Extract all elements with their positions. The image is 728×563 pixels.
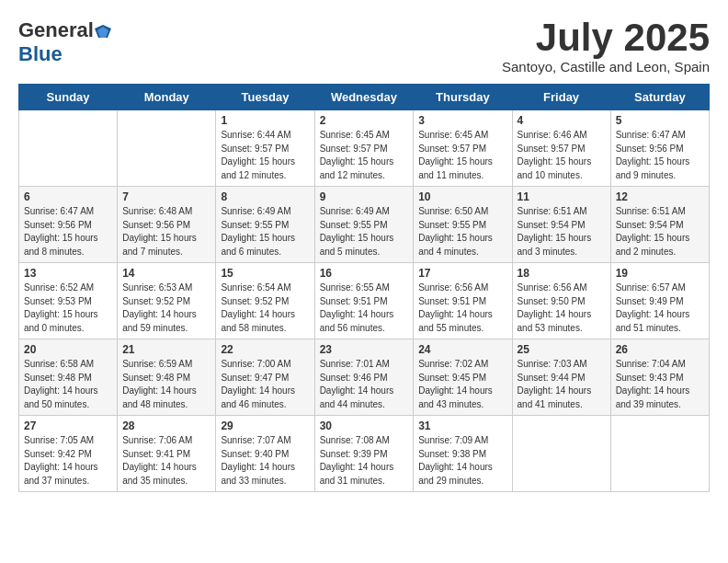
weekday-header-saturday: Saturday — [610, 85, 709, 110]
day-number: 10 — [418, 190, 506, 203]
weekday-header-row: SundayMondayTuesdayWednesdayThursdayFrid… — [19, 85, 710, 110]
day-number: 13 — [24, 267, 112, 280]
day-number: 3 — [418, 114, 506, 127]
day-cell-28: 28Sunrise: 7:06 AM Sunset: 9:41 PM Dayli… — [118, 416, 216, 492]
day-number: 30 — [320, 419, 409, 432]
week-row-5: 27Sunrise: 7:05 AM Sunset: 9:42 PM Dayli… — [19, 416, 710, 492]
day-number: 2 — [320, 114, 409, 127]
day-cell-4: 4Sunrise: 6:46 AM Sunset: 9:57 PM Daylig… — [512, 110, 610, 187]
page-header: General Blue July 2025 Santoyo, Castille… — [18, 18, 710, 75]
day-number: 31 — [418, 419, 506, 432]
day-info: Sunrise: 6:56 AM Sunset: 9:51 PM Dayligh… — [418, 282, 506, 335]
day-info: Sunrise: 7:00 AM Sunset: 9:47 PM Dayligh… — [221, 358, 309, 411]
calendar-table: SundayMondayTuesdayWednesdayThursdayFrid… — [18, 84, 710, 492]
day-number: 11 — [518, 190, 606, 203]
day-cell-17: 17Sunrise: 6:56 AM Sunset: 9:51 PM Dayli… — [414, 263, 512, 339]
day-info: Sunrise: 7:09 AM Sunset: 9:38 PM Dayligh… — [418, 434, 506, 488]
day-cell-6: 6Sunrise: 6:47 AM Sunset: 9:56 PM Daylig… — [19, 187, 118, 263]
day-cell-27: 27Sunrise: 7:05 AM Sunset: 9:42 PM Dayli… — [19, 416, 118, 492]
weekday-header-monday: Monday — [118, 85, 216, 110]
weekday-header-thursday: Thursday — [414, 85, 512, 110]
day-info: Sunrise: 6:57 AM Sunset: 9:49 PM Dayligh… — [616, 282, 704, 335]
day-number: 6 — [24, 190, 112, 203]
day-number: 23 — [320, 343, 409, 356]
day-cell-20: 20Sunrise: 6:58 AM Sunset: 9:48 PM Dayli… — [19, 339, 118, 416]
day-number: 26 — [616, 343, 704, 356]
day-info: Sunrise: 6:56 AM Sunset: 9:50 PM Dayligh… — [518, 282, 606, 335]
day-cell-24: 24Sunrise: 7:02 AM Sunset: 9:45 PM Dayli… — [414, 339, 512, 416]
day-info: Sunrise: 7:05 AM Sunset: 9:42 PM Dayligh… — [24, 434, 112, 488]
day-number: 21 — [122, 343, 210, 356]
weekday-header-friday: Friday — [512, 85, 610, 110]
day-cell-26: 26Sunrise: 7:04 AM Sunset: 9:43 PM Dayli… — [610, 339, 709, 416]
day-info: Sunrise: 6:55 AM Sunset: 9:51 PM Dayligh… — [320, 282, 409, 335]
day-info: Sunrise: 6:45 AM Sunset: 9:57 PM Dayligh… — [320, 129, 409, 182]
day-cell-30: 30Sunrise: 7:08 AM Sunset: 9:39 PM Dayli… — [314, 416, 414, 492]
day-info: Sunrise: 6:47 AM Sunset: 9:56 PM Dayligh… — [616, 129, 704, 182]
day-info: Sunrise: 6:50 AM Sunset: 9:55 PM Dayligh… — [418, 205, 506, 259]
day-number: 24 — [418, 343, 506, 356]
day-info: Sunrise: 7:01 AM Sunset: 9:46 PM Dayligh… — [320, 358, 409, 411]
day-info: Sunrise: 6:53 AM Sunset: 9:52 PM Dayligh… — [122, 282, 210, 335]
day-number: 15 — [221, 267, 309, 280]
day-info: Sunrise: 7:04 AM Sunset: 9:43 PM Dayligh… — [616, 358, 704, 411]
day-number: 22 — [221, 343, 309, 356]
day-number: 12 — [616, 190, 704, 203]
logo-general: General — [18, 18, 94, 41]
empty-cell — [19, 110, 118, 187]
week-row-3: 13Sunrise: 6:52 AM Sunset: 9:53 PM Dayli… — [19, 263, 710, 339]
day-cell-7: 7Sunrise: 6:48 AM Sunset: 9:56 PM Daylig… — [118, 187, 216, 263]
day-info: Sunrise: 6:59 AM Sunset: 9:48 PM Dayligh… — [122, 358, 210, 411]
day-cell-8: 8Sunrise: 6:49 AM Sunset: 9:55 PM Daylig… — [216, 187, 314, 263]
day-cell-5: 5Sunrise: 6:47 AM Sunset: 9:56 PM Daylig… — [610, 110, 709, 187]
day-cell-12: 12Sunrise: 6:51 AM Sunset: 9:54 PM Dayli… — [610, 187, 709, 263]
empty-cell — [512, 416, 610, 492]
day-number: 8 — [221, 190, 309, 203]
day-info: Sunrise: 7:08 AM Sunset: 9:39 PM Dayligh… — [320, 434, 409, 488]
day-info: Sunrise: 6:49 AM Sunset: 9:55 PM Dayligh… — [320, 205, 409, 259]
day-info: Sunrise: 7:03 AM Sunset: 9:44 PM Dayligh… — [518, 358, 606, 411]
day-number: 19 — [616, 267, 704, 280]
day-info: Sunrise: 6:52 AM Sunset: 9:53 PM Dayligh… — [24, 282, 112, 335]
day-cell-11: 11Sunrise: 6:51 AM Sunset: 9:54 PM Dayli… — [512, 187, 610, 263]
empty-cell — [610, 416, 709, 492]
weekday-header-wednesday: Wednesday — [314, 85, 414, 110]
day-cell-18: 18Sunrise: 6:56 AM Sunset: 9:50 PM Dayli… — [512, 263, 610, 339]
week-row-4: 20Sunrise: 6:58 AM Sunset: 9:48 PM Dayli… — [19, 339, 710, 416]
empty-cell — [118, 110, 216, 187]
day-cell-22: 22Sunrise: 7:00 AM Sunset: 9:47 PM Dayli… — [216, 339, 314, 416]
day-info: Sunrise: 6:48 AM Sunset: 9:56 PM Dayligh… — [122, 205, 210, 259]
day-cell-10: 10Sunrise: 6:50 AM Sunset: 9:55 PM Dayli… — [414, 187, 512, 263]
day-number: 29 — [221, 419, 309, 432]
day-info: Sunrise: 6:47 AM Sunset: 9:56 PM Dayligh… — [24, 205, 112, 259]
day-info: Sunrise: 6:45 AM Sunset: 9:57 PM Dayligh… — [418, 129, 506, 182]
day-number: 20 — [24, 343, 112, 356]
day-cell-23: 23Sunrise: 7:01 AM Sunset: 9:46 PM Dayli… — [314, 339, 414, 416]
day-number: 25 — [518, 343, 606, 356]
day-info: Sunrise: 6:51 AM Sunset: 9:54 PM Dayligh… — [616, 205, 704, 259]
day-info: Sunrise: 6:46 AM Sunset: 9:57 PM Dayligh… — [518, 129, 606, 182]
day-info: Sunrise: 7:07 AM Sunset: 9:40 PM Dayligh… — [221, 434, 309, 488]
day-number: 16 — [320, 267, 409, 280]
day-cell-9: 9Sunrise: 6:49 AM Sunset: 9:55 PM Daylig… — [314, 187, 414, 263]
day-number: 7 — [122, 190, 210, 203]
day-cell-1: 1Sunrise: 6:44 AM Sunset: 9:57 PM Daylig… — [216, 110, 314, 187]
day-cell-25: 25Sunrise: 7:03 AM Sunset: 9:44 PM Dayli… — [512, 339, 610, 416]
day-info: Sunrise: 7:06 AM Sunset: 9:41 PM Dayligh… — [122, 434, 210, 488]
day-cell-16: 16Sunrise: 6:55 AM Sunset: 9:51 PM Dayli… — [314, 263, 414, 339]
day-number: 28 — [122, 419, 210, 432]
day-info: Sunrise: 7:02 AM Sunset: 9:45 PM Dayligh… — [418, 358, 506, 411]
day-cell-19: 19Sunrise: 6:57 AM Sunset: 9:49 PM Dayli… — [610, 263, 709, 339]
day-info: Sunrise: 6:44 AM Sunset: 9:57 PM Dayligh… — [221, 129, 309, 182]
week-row-2: 6Sunrise: 6:47 AM Sunset: 9:56 PM Daylig… — [19, 187, 710, 263]
logo: General Blue — [18, 18, 111, 66]
title-block: July 2025 Santoyo, Castille and Leon, Sp… — [502, 18, 710, 75]
day-number: 17 — [418, 267, 506, 280]
day-info: Sunrise: 6:51 AM Sunset: 9:54 PM Dayligh… — [518, 205, 606, 259]
day-info: Sunrise: 6:49 AM Sunset: 9:55 PM Dayligh… — [221, 205, 309, 259]
day-cell-3: 3Sunrise: 6:45 AM Sunset: 9:57 PM Daylig… — [414, 110, 512, 187]
day-cell-14: 14Sunrise: 6:53 AM Sunset: 9:52 PM Dayli… — [118, 263, 216, 339]
day-cell-15: 15Sunrise: 6:54 AM Sunset: 9:52 PM Dayli… — [216, 263, 314, 339]
month-title: July 2025 — [502, 18, 710, 57]
day-cell-13: 13Sunrise: 6:52 AM Sunset: 9:53 PM Dayli… — [19, 263, 118, 339]
